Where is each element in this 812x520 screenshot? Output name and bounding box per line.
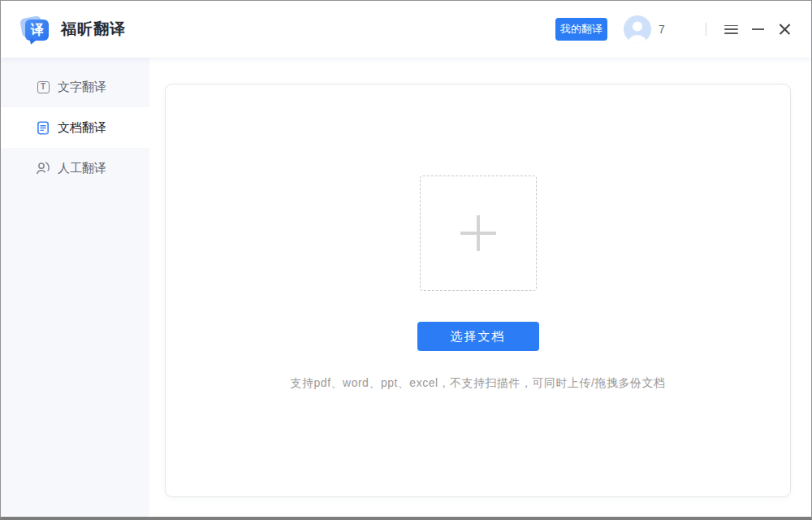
document-translate-icon xyxy=(36,120,50,135)
main-area: 选择文档 支持pdf、word、ppt、excel，不支持扫描件，可同时上传/拖… xyxy=(149,58,811,517)
sidebar-item-human-translate[interactable]: 人工翻译 xyxy=(1,148,149,188)
app-logo-icon: 译 xyxy=(21,15,52,43)
app-title: 福昕翻译 xyxy=(61,19,126,40)
human-translate-icon xyxy=(36,161,50,176)
document-translate-panel: 选择文档 支持pdf、word、ppt、excel，不支持扫描件，可同时上传/拖… xyxy=(165,84,791,497)
logo-bubble-tail xyxy=(28,38,36,46)
app-window: 译 福昕翻译 我的翻译 7 xyxy=(0,0,812,520)
close-icon[interactable] xyxy=(772,17,797,41)
brand: 译 福昕翻译 xyxy=(21,15,126,43)
titlebar-actions: 我的翻译 7 xyxy=(555,15,797,43)
select-document-button[interactable]: 选择文档 xyxy=(417,322,539,351)
translation-count: 7 xyxy=(659,23,691,36)
user-avatar-icon xyxy=(624,15,651,43)
titlebar-divider xyxy=(706,23,706,36)
close-x xyxy=(779,24,791,36)
hamburger-icon xyxy=(724,25,738,34)
sidebar-item-label: 人工翻译 xyxy=(58,161,106,176)
my-translations-button[interactable]: 我的翻译 xyxy=(555,18,607,41)
plus-icon xyxy=(460,215,496,251)
sidebar: T 文字翻译 文档翻译 xyxy=(1,58,149,517)
text-translate-icon: T xyxy=(36,80,50,94)
logo-glyph: 译 xyxy=(31,22,44,39)
sidebar-item-label: 文档翻译 xyxy=(58,120,106,136)
titlebar: 译 福昕翻译 我的翻译 7 xyxy=(1,1,811,58)
app-body: T 文字翻译 文档翻译 xyxy=(1,58,811,517)
sidebar-item-text-translate[interactable]: T 文字翻译 xyxy=(1,67,149,107)
avatar[interactable] xyxy=(624,15,651,43)
upload-hint: 支持pdf、word、ppt、excel，不支持扫描件，可同时上传/拖拽多份文档 xyxy=(291,376,666,391)
minimize-bar xyxy=(752,28,764,30)
upload-dropzone[interactable] xyxy=(420,176,537,291)
minimize-icon[interactable] xyxy=(745,17,770,41)
menu-icon[interactable] xyxy=(719,17,743,41)
sidebar-item-label: 文字翻译 xyxy=(58,80,106,95)
sidebar-item-document-translate[interactable]: 文档翻译 xyxy=(1,107,149,148)
